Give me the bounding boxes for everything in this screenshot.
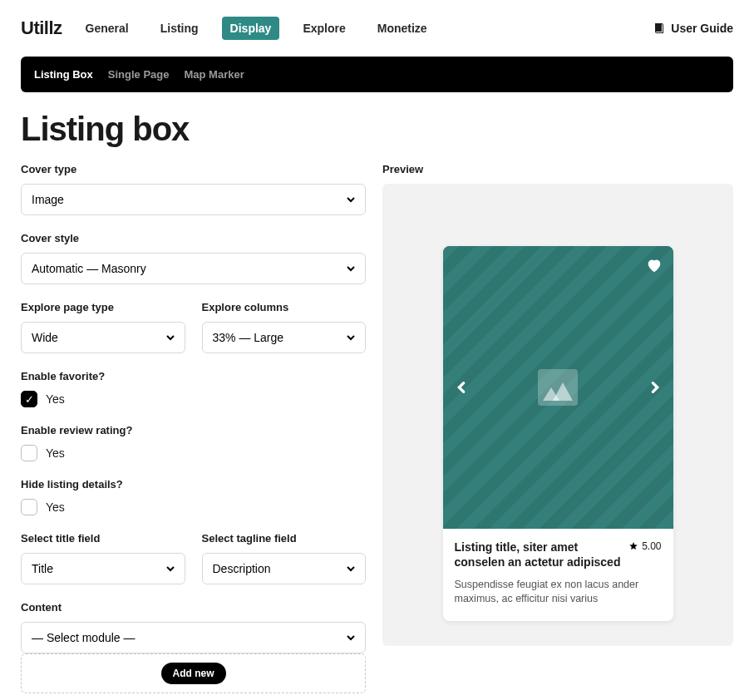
- enable-favorite-checkbox[interactable]: [21, 391, 37, 407]
- content-label: Content: [21, 601, 366, 614]
- content-dropzone: Add new: [21, 653, 366, 693]
- content-module-select[interactable]: — Select module —: [21, 622, 366, 653]
- svg-rect-0: [656, 24, 662, 32]
- topnav-item-explore[interactable]: Explore: [294, 17, 353, 40]
- subnav: Listing Box Single Page Map Marker: [21, 57, 733, 92]
- subnav-item-map-marker[interactable]: Map Marker: [184, 68, 244, 81]
- enable-review-checkbox[interactable]: [21, 445, 37, 461]
- brand-logo[interactable]: Utillz: [21, 17, 62, 39]
- book-icon: [653, 22, 666, 35]
- explore-page-type-label: Explore page type: [21, 301, 185, 313]
- card-description: Suspendisse feugiat ex non lacus ander m…: [455, 578, 662, 606]
- next-arrow-icon[interactable]: [645, 377, 665, 397]
- card-title: Listing title, siter amet conselen an ac…: [455, 540, 623, 569]
- enable-favorite-label: Enable favorite?: [21, 370, 366, 382]
- cover-type-label: Cover type: [21, 163, 366, 175]
- preview-label: Preview: [382, 163, 733, 175]
- listing-card[interactable]: Listing title, siter amet conselen an ac…: [443, 246, 673, 621]
- select-tagline-select[interactable]: Description: [202, 553, 367, 584]
- explore-columns-select[interactable]: 33% — Large: [202, 322, 367, 353]
- topbar: Utillz General Listing Display Explore M…: [21, 0, 733, 57]
- card-rating: 5.00: [628, 540, 661, 552]
- preview-area: Listing title, siter amet conselen an ac…: [382, 184, 733, 646]
- image-placeholder-icon: [538, 369, 578, 406]
- select-title-label: Select title field: [21, 532, 185, 545]
- cover-style-select[interactable]: Automatic — Masonry: [21, 253, 366, 284]
- favorite-icon[interactable]: [645, 256, 663, 274]
- enable-favorite-option: Yes: [46, 392, 65, 406]
- star-icon: [628, 541, 638, 551]
- card-cover-image: [443, 246, 673, 529]
- user-guide-label: User Guide: [671, 22, 733, 35]
- topnav: Utillz General Listing Display Explore M…: [21, 17, 436, 40]
- select-title-select[interactable]: Title: [21, 553, 185, 584]
- subnav-item-single-page[interactable]: Single Page: [108, 68, 170, 81]
- select-tagline-label: Select tagline field: [202, 532, 367, 545]
- explore-columns-label: Explore columns: [202, 301, 367, 313]
- user-guide-link[interactable]: User Guide: [653, 22, 733, 35]
- hide-details-option: Yes: [46, 500, 65, 514]
- cover-type-select[interactable]: Image: [21, 184, 366, 215]
- prev-arrow-icon[interactable]: [451, 377, 471, 397]
- enable-review-label: Enable review rating?: [21, 424, 366, 436]
- enable-review-option: Yes: [46, 446, 65, 460]
- add-new-button[interactable]: Add new: [161, 663, 226, 684]
- subnav-item-listing-box[interactable]: Listing Box: [34, 68, 93, 81]
- hide-details-checkbox[interactable]: [21, 499, 37, 515]
- rating-value: 5.00: [642, 540, 661, 552]
- preview-column: Preview Listing title,: [382, 163, 733, 700]
- topnav-item-general[interactable]: General: [77, 17, 137, 40]
- cover-style-label: Cover style: [21, 232, 366, 244]
- hide-details-label: Hide listing details?: [21, 478, 366, 490]
- topnav-item-monetize[interactable]: Monetize: [369, 17, 436, 40]
- explore-page-type-select[interactable]: Wide: [21, 322, 185, 353]
- topnav-item-display[interactable]: Display: [222, 17, 280, 40]
- page-title: Listing box: [21, 111, 733, 148]
- form-column: Cover type Image Cover style Automatic —…: [21, 163, 366, 700]
- topnav-item-listing[interactable]: Listing: [152, 17, 207, 40]
